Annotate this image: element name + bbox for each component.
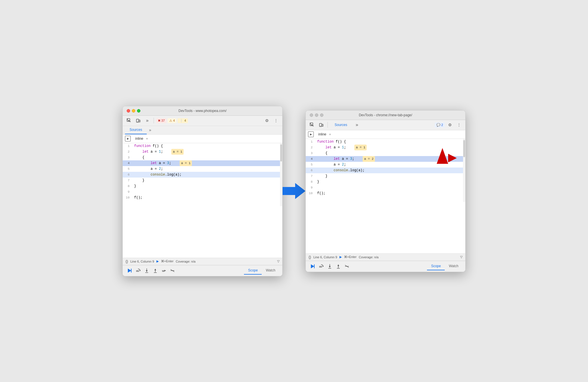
right-devtools-window: DevTools - chrome://new-tab-page/ Source… — [305, 110, 466, 272]
svg-marker-10 — [146, 270, 148, 272]
left-file-tab[interactable]: inline × — [133, 137, 151, 141]
right-step-out-icon[interactable] — [334, 262, 342, 270]
right-scope-watch-tabs: Scope Watch — [427, 262, 462, 270]
left-error-badge[interactable]: ✖ 37 — [156, 118, 166, 123]
left-scroll-icon[interactable]: ▽ — [277, 259, 279, 263]
left-settings-icon[interactable]: ⚙ — [263, 117, 271, 125]
arrow-head — [295, 183, 305, 199]
svg-rect-5 — [131, 269, 132, 273]
right-toolbar-right: 💬 2 ⚙ ⋮ — [435, 121, 463, 129]
right-empty-area — [306, 202, 465, 253]
right-code-line-4: 4 let a = 3; a = 2 — [306, 156, 465, 162]
left-code-line-7: 7 } — [123, 178, 282, 183]
right-toolbar-sep1 — [327, 122, 328, 128]
right-minimize-button[interactable] — [315, 113, 318, 117]
right-file-tab-bar: ▶ inline × — [306, 130, 465, 139]
left-deactivate-icon[interactable] — [168, 267, 176, 275]
right-device-icon[interactable] — [317, 121, 325, 129]
left-scope-watch-tabs: Scope Watch — [244, 267, 279, 275]
left-step-icon[interactable] — [160, 267, 168, 275]
right-message-badge[interactable]: 💬 2 — [435, 123, 445, 127]
svg-marker-13 — [154, 269, 156, 270]
left-code-line-4: 4 let a = 3; a = 1 — [123, 160, 282, 166]
left-cmd-enter: ⌘+Enter — [161, 259, 174, 263]
right-window-title: DevTools - chrome://new-tab-page/ — [359, 113, 412, 117]
right-watch-tab[interactable]: Watch — [445, 262, 462, 270]
left-code-line-3: 3 { — [123, 155, 282, 160]
left-warning-badge[interactable]: ⚠ 4 — [168, 118, 176, 123]
left-devtools-window: DevTools - www.photopea.com/ » — [122, 106, 283, 276]
left-more-tabs[interactable]: » — [147, 126, 154, 134]
right-status-bar: {} Line 6, Column 9 ▶ ⌘+Enter Coverage: … — [306, 253, 465, 261]
right-resume-icon[interactable] — [309, 262, 317, 270]
right-code-line-10: 10 f(); — [306, 190, 465, 196]
right-cmd-enter: ⌘+Enter — [344, 255, 357, 259]
left-scrollbar[interactable] — [280, 143, 282, 206]
right-settings-icon[interactable]: ⚙ — [446, 121, 454, 129]
right-inspect-icon[interactable] — [308, 121, 316, 129]
right-coverage: Coverage: n/a — [359, 255, 379, 259]
right-run-play[interactable]: ▶ — [339, 255, 342, 259]
left-error-badges: ✖ 37 ⚠ 4 ❕ 4 — [156, 118, 188, 123]
right-scrollbar[interactable] — [463, 139, 465, 202]
right-code-line-8: 8 } — [306, 179, 465, 185]
left-inspect-icon[interactable] — [125, 117, 133, 125]
right-code-area: 1 function f() { 2 let a = 1; a = 1 3 { … — [306, 139, 465, 202]
left-step-out-icon[interactable] — [151, 267, 159, 275]
svg-marker-25 — [311, 264, 314, 268]
left-code-line-9: 9 — [123, 189, 282, 195]
right-format-icon[interactable]: {} — [309, 255, 311, 259]
left-format-icon[interactable]: {} — [126, 259, 128, 263]
right-more-tabs-icon[interactable]: » — [353, 121, 361, 129]
left-run-icon[interactable]: ▶ — [125, 136, 131, 141]
right-deactivate-icon[interactable] — [343, 262, 351, 270]
left-run-play[interactable]: ▶ — [156, 259, 159, 263]
left-status-bar: {} Line 6, Column 9 ▶ ⌘+Enter Coverage: … — [123, 258, 282, 265]
right-run-icon[interactable]: ▶ — [308, 131, 314, 137]
right-scrollbar-thumb[interactable] — [463, 140, 465, 157]
left-more-icon[interactable]: ⋮ — [272, 117, 280, 125]
left-toolbar-separator — [154, 118, 154, 123]
left-info-badge[interactable]: ❕ 4 — [178, 118, 188, 123]
right-more-icon[interactable]: ⋮ — [455, 121, 463, 129]
left-step-over-icon[interactable] — [134, 267, 142, 275]
right-step-into-icon[interactable] — [326, 262, 334, 270]
right-scroll-icon[interactable]: ▽ — [460, 255, 462, 259]
left-watch-tab[interactable]: Watch — [262, 267, 279, 275]
left-device-icon[interactable] — [134, 117, 142, 125]
left-zoom-button[interactable] — [137, 109, 140, 113]
left-main-toolbar: » ✖ 37 ⚠ 4 ❕ 4 ⚙ ⋮ — [123, 116, 282, 126]
svg-marker-24 — [448, 154, 457, 162]
scene: DevTools - www.photopea.com/ » — [111, 94, 477, 288]
left-file-tab-bar: ▶ inline × — [123, 135, 282, 143]
left-code-line-1: 1 function f() { — [123, 143, 282, 149]
left-coverage: Coverage: n/a — [176, 260, 196, 263]
left-code-line-10: 10 f(); — [123, 195, 282, 200]
left-scrollbar-thumb[interactable] — [280, 144, 282, 162]
left-tab-bar: Sources » — [123, 126, 282, 135]
left-close-tab-button[interactable]: × — [145, 137, 149, 141]
svg-marker-34 — [337, 264, 339, 266]
left-bottom-toolbar: Scope Watch — [123, 265, 282, 276]
right-zoom-button[interactable] — [320, 113, 323, 117]
left-step-into-icon[interactable] — [143, 267, 151, 275]
right-sources-tab-toolbar[interactable]: Sources — [330, 123, 352, 127]
right-line-col: Line 6, Column 9 — [313, 255, 337, 259]
right-scope-tab[interactable]: Scope — [427, 262, 445, 270]
transition-arrow — [283, 183, 305, 199]
right-code-line-1: 1 function f() { — [306, 139, 465, 145]
left-scope-tab[interactable]: Scope — [244, 267, 262, 275]
right-close-button[interactable] — [310, 113, 313, 117]
left-minimize-button[interactable] — [132, 109, 135, 113]
right-file-tab[interactable]: inline × — [316, 132, 334, 136]
right-bottom-toolbar: Scope Watch — [306, 261, 465, 272]
left-code-line-8: 8 } — [123, 183, 282, 189]
left-sources-tab[interactable]: Sources — [125, 126, 147, 134]
left-more-tabs-icon[interactable]: » — [143, 117, 151, 125]
right-step-over-icon[interactable] — [317, 262, 325, 270]
right-main-toolbar: Sources » 💬 2 ⚙ ⋮ — [306, 120, 465, 130]
arrow-body — [283, 187, 295, 195]
left-close-button[interactable] — [127, 109, 130, 113]
right-close-tab-button[interactable]: × — [328, 132, 332, 136]
left-resume-icon[interactable] — [126, 267, 134, 275]
